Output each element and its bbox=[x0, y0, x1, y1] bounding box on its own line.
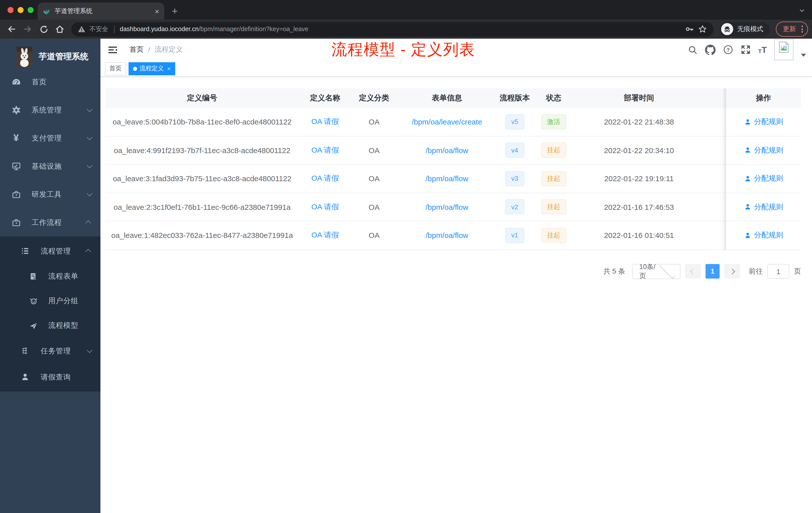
goto-page-input[interactable]: 1 bbox=[767, 264, 789, 279]
help-icon[interactable]: ? bbox=[723, 45, 733, 55]
form-link[interactable]: /bpm/oa/flow bbox=[426, 203, 468, 211]
window-controls[interactable] bbox=[7, 7, 34, 13]
back-icon[interactable] bbox=[4, 22, 19, 37]
user-icon bbox=[744, 118, 751, 125]
assign-rule-button[interactable]: 分配规则 bbox=[744, 202, 783, 212]
next-page-button[interactable] bbox=[724, 264, 740, 279]
svg-text:?: ? bbox=[726, 47, 730, 53]
sidebar-item-user-group[interactable]: 用户分组 bbox=[0, 289, 100, 313]
cell-definition-id: oa_leave:3:1fad3d93-7b75-11ec-a3c8-acde4… bbox=[106, 175, 299, 183]
close-window-button[interactable] bbox=[7, 7, 13, 13]
sidebar-item-label: 任务管理 bbox=[41, 346, 87, 356]
version-tag: v1 bbox=[505, 228, 524, 243]
sidebar-item-workflow[interactable]: 工作流程 bbox=[0, 208, 100, 236]
update-label[interactable]: 更新 bbox=[783, 25, 796, 34]
forward-icon[interactable] bbox=[20, 22, 35, 37]
definition-name-link[interactable]: OA 请假 bbox=[311, 117, 339, 126]
status-badge: 挂起 bbox=[541, 200, 566, 215]
security-warning-label[interactable]: 不安全 bbox=[89, 25, 108, 33]
definition-name-link[interactable]: OA 请假 bbox=[311, 202, 339, 211]
col-actions: 操作 bbox=[726, 93, 801, 103]
cell-deploy-time: 2022-01-16 17:46:53 bbox=[575, 203, 703, 211]
tab-search-chevron-icon[interactable] bbox=[799, 6, 805, 16]
form-link[interactable]: /bpm/oa/flow bbox=[426, 231, 468, 240]
search-icon[interactable] bbox=[688, 45, 697, 55]
form-link[interactable]: /bpm/oa/flow bbox=[426, 146, 468, 155]
col-definition-name: 定义名称 bbox=[299, 93, 351, 103]
sidebar-item-process-form[interactable]: 流程表单 bbox=[0, 264, 100, 289]
sidebar-item-devtools[interactable]: 研发工具 bbox=[0, 180, 100, 208]
key-icon[interactable] bbox=[685, 25, 694, 34]
home-icon[interactable] bbox=[52, 22, 67, 37]
tag-process-definition[interactable]: 流程定义 × bbox=[128, 62, 175, 75]
minimize-window-button[interactable] bbox=[18, 7, 24, 13]
more-menu-icon[interactable] bbox=[802, 26, 803, 33]
form-link[interactable]: /bpm/oa/leave/create bbox=[412, 118, 482, 126]
table-row: oa_leave:4:991f2193-7b7f-11ec-a3c8-acde4… bbox=[106, 136, 801, 164]
version-tag: v5 bbox=[505, 115, 524, 129]
paper-plane-icon bbox=[29, 321, 39, 330]
cell-deploy-time: 2022-01-16 01:40:51 bbox=[575, 231, 703, 240]
sidebar-item-payment[interactable]: ¥ 支付管理 bbox=[0, 124, 100, 152]
url-bar[interactable]: 不安全 dashboard.yudao.iocoder.cn/bpm/manag… bbox=[71, 22, 714, 36]
definition-name-link[interactable]: OA 请假 bbox=[311, 231, 339, 239]
incognito-label: 无痕模式 bbox=[737, 25, 763, 34]
sidebar-logo[interactable]: 芋道管理系统 bbox=[0, 39, 100, 68]
pagination-total: 共 5 条 bbox=[603, 267, 625, 276]
new-tab-button[interactable]: + bbox=[167, 3, 182, 19]
browser-tab[interactable]: 芋道管理系统 × bbox=[38, 2, 164, 20]
assign-rule-label: 分配规则 bbox=[754, 117, 783, 126]
form-link[interactable]: /bpm/oa/flow bbox=[426, 175, 468, 183]
page-number-current[interactable]: 1 bbox=[705, 264, 720, 279]
sidebar-item-leave-query[interactable]: 请假查询 bbox=[0, 364, 100, 390]
sidebar-item-task-management[interactable]: 任务管理 bbox=[0, 338, 100, 364]
avatar-broken-image[interactable] bbox=[774, 39, 793, 60]
font-size-icon[interactable]: TT bbox=[758, 46, 767, 54]
browser-update-button[interactable]: 更新 bbox=[776, 22, 808, 37]
reload-icon[interactable] bbox=[36, 22, 51, 37]
breadcrumb-home[interactable]: 首页 bbox=[129, 45, 144, 54]
main-area: 首页 / 流程定义 流程模型 - 定义列表 ? bbox=[100, 39, 812, 513]
browser-tab-strip: 芋道管理系统 × + bbox=[0, 0, 812, 20]
cell-category: OA bbox=[351, 203, 397, 211]
tag-home[interactable]: 首页 bbox=[105, 62, 126, 75]
tag-close-icon[interactable]: × bbox=[167, 65, 171, 72]
incognito-badge[interactable]: 无痕模式 bbox=[720, 22, 770, 36]
version-tag: v2 bbox=[505, 200, 524, 215]
cell-category: OA bbox=[351, 231, 397, 240]
url-host: dashboard.yudao.iocoder.cn bbox=[120, 26, 199, 33]
zoom-window-button[interactable] bbox=[28, 7, 34, 13]
assign-rule-button[interactable]: 分配规则 bbox=[744, 231, 783, 240]
definition-name-link[interactable]: OA 请假 bbox=[311, 174, 339, 182]
goto-label: 前往 bbox=[749, 267, 763, 276]
assign-rule-button[interactable]: 分配规则 bbox=[744, 174, 783, 183]
sidebar-item-label: 系统管理 bbox=[32, 105, 87, 115]
assign-rule-label: 分配规则 bbox=[754, 202, 783, 212]
form-icon bbox=[29, 272, 39, 281]
version-tag: v3 bbox=[505, 171, 524, 186]
sidebar-item-process-management[interactable]: 流程管理 bbox=[0, 238, 100, 264]
url-path: /bpm/manager/definition?key=oa_leave bbox=[199, 26, 308, 33]
app-root: 芋道管理系统 首页 系统管理 ¥ 支付管理 bbox=[0, 39, 812, 513]
sidebar-item-label: 流程管理 bbox=[41, 246, 87, 256]
page-size-select[interactable]: 10条/页 bbox=[632, 264, 680, 279]
assign-rule-button[interactable]: 分配规则 bbox=[744, 117, 783, 126]
tab-close-icon[interactable]: × bbox=[155, 7, 159, 15]
prev-page-button[interactable] bbox=[685, 264, 701, 279]
sidebar-item-infra[interactable]: 基础设施 bbox=[0, 152, 100, 180]
caret-down-icon[interactable] bbox=[801, 54, 806, 57]
github-icon[interactable] bbox=[705, 44, 716, 55]
table-row: oa_leave:5:004b710b-7b8a-11ec-8ef0-acde4… bbox=[106, 108, 801, 136]
col-deploy-time: 部署时间 bbox=[575, 93, 703, 103]
sidebar-item-process-model[interactable]: 流程模型 bbox=[0, 313, 100, 338]
sidebar-collapse-icon[interactable] bbox=[105, 42, 120, 58]
breadcrumb-current: 流程定义 bbox=[155, 45, 183, 54]
sidebar-item-system[interactable]: 系统管理 bbox=[0, 96, 100, 124]
assign-rule-button[interactable]: 分配规则 bbox=[744, 145, 783, 155]
definition-name-link[interactable]: OA 请假 bbox=[311, 146, 339, 154]
assign-rule-label: 分配规则 bbox=[754, 174, 783, 183]
fullscreen-icon[interactable] bbox=[741, 45, 751, 55]
user-icon bbox=[744, 175, 751, 182]
sidebar-item-home[interactable]: 首页 bbox=[0, 68, 100, 96]
bookmark-star-icon[interactable] bbox=[698, 25, 707, 34]
